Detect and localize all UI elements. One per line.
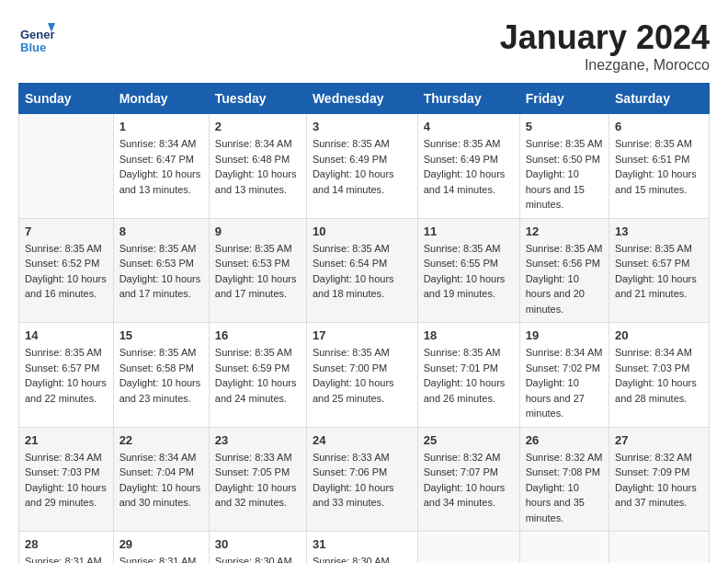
calendar-cell: 4 Sunrise: 8:35 AM Sunset: 6:49 PM Dayli… [417,114,519,219]
svg-text:General: General [20,28,55,41]
day-info: Sunrise: 8:35 AM Sunset: 6:49 PM Dayligh… [313,136,412,197]
day-info: Sunrise: 8:35 AM Sunset: 6:51 PM Dayligh… [615,136,703,197]
day-number: 2 [215,120,301,133]
logo: General Blue [18,18,61,55]
calendar-cell: 1 Sunrise: 8:34 AM Sunset: 6:47 PM Dayli… [113,114,209,219]
day-number: 9 [215,224,301,238]
calendar-cell: 20 Sunrise: 8:34 AM Sunset: 7:03 PM Dayl… [609,323,710,428]
day-number: 23 [215,433,301,447]
day-number: 26 [526,433,603,447]
day-info: Sunrise: 8:31 AM Sunset: 7:11 PM Dayligh… [119,554,203,563]
day-number: 31 [313,537,412,551]
header-thursday: Thursday [417,84,519,114]
day-number: 17 [313,328,412,342]
calendar-cell: 24 Sunrise: 8:33 AM Sunset: 7:06 PM Dayl… [306,427,417,532]
day-number: 3 [313,120,412,133]
day-number: 6 [615,120,703,133]
day-number: 18 [424,328,514,342]
day-info: Sunrise: 8:35 AM Sunset: 7:00 PM Dayligh… [313,345,412,406]
day-number: 8 [119,224,203,238]
day-number: 27 [615,433,703,447]
day-info: Sunrise: 8:32 AM Sunset: 7:08 PM Dayligh… [526,450,603,526]
calendar-cell: 31 Sunrise: 8:30 AM Sunset: 7:12 PM Dayl… [306,532,417,564]
day-info: Sunrise: 8:33 AM Sunset: 7:06 PM Dayligh… [313,450,412,511]
day-number: 25 [424,433,514,447]
day-number: 16 [215,328,301,342]
day-info: Sunrise: 8:34 AM Sunset: 7:04 PM Dayligh… [119,450,203,511]
day-info: Sunrise: 8:35 AM Sunset: 6:57 PM Dayligh… [25,345,108,406]
calendar-cell: 25 Sunrise: 8:32 AM Sunset: 7:07 PM Dayl… [417,427,519,532]
month-title: January 2024 [500,18,710,57]
calendar-cell: 17 Sunrise: 8:35 AM Sunset: 7:00 PM Dayl… [306,323,417,428]
calendar-cell: 8 Sunrise: 8:35 AM Sunset: 6:53 PM Dayli… [113,218,209,323]
day-info: Sunrise: 8:35 AM Sunset: 7:01 PM Dayligh… [424,345,514,406]
title-section: January 2024 Inezgane, Morocco [500,18,710,74]
calendar-table: Sunday Monday Tuesday Wednesday Thursday… [18,83,710,563]
day-info: Sunrise: 8:32 AM Sunset: 7:07 PM Dayligh… [424,450,514,511]
calendar-cell [609,532,710,564]
header-tuesday: Tuesday [209,84,306,114]
calendar-cell: 29 Sunrise: 8:31 AM Sunset: 7:11 PM Dayl… [113,532,209,564]
day-number: 14 [25,328,108,342]
day-number: 21 [25,433,108,447]
calendar-cell: 30 Sunrise: 8:30 AM Sunset: 7:11 PM Dayl… [209,532,306,564]
header-sunday: Sunday [19,84,114,114]
day-number: 7 [25,224,108,238]
header-row: Sunday Monday Tuesday Wednesday Thursday… [19,84,710,114]
day-number: 1 [119,120,203,133]
logo-icon: General Blue [18,18,55,55]
day-number: 19 [526,328,603,342]
day-info: Sunrise: 8:35 AM Sunset: 6:59 PM Dayligh… [215,345,301,406]
calendar-cell: 6 Sunrise: 8:35 AM Sunset: 6:51 PM Dayli… [609,114,710,219]
day-number: 20 [615,328,703,342]
day-number: 10 [313,224,412,238]
day-info: Sunrise: 8:34 AM Sunset: 6:48 PM Dayligh… [215,136,301,197]
calendar-cell: 21 Sunrise: 8:34 AM Sunset: 7:03 PM Dayl… [19,427,114,532]
calendar-cell: 27 Sunrise: 8:32 AM Sunset: 7:09 PM Dayl… [609,427,710,532]
day-info: Sunrise: 8:32 AM Sunset: 7:09 PM Dayligh… [615,450,703,511]
calendar-cell: 15 Sunrise: 8:35 AM Sunset: 6:58 PM Dayl… [113,323,209,428]
day-info: Sunrise: 8:35 AM Sunset: 6:53 PM Dayligh… [119,241,203,302]
day-number: 22 [119,433,203,447]
day-number: 5 [526,120,603,133]
header-friday: Friday [519,84,609,114]
day-info: Sunrise: 8:34 AM Sunset: 7:03 PM Dayligh… [25,450,108,511]
calendar-cell: 5 Sunrise: 8:35 AM Sunset: 6:50 PM Dayli… [519,114,609,219]
day-number: 29 [119,537,203,551]
day-info: Sunrise: 8:35 AM Sunset: 6:52 PM Dayligh… [25,241,108,302]
calendar-cell [519,532,609,564]
day-number: 13 [615,224,703,238]
day-number: 30 [215,537,301,551]
calendar-cell [417,532,519,564]
location: Inezgane, Morocco [500,57,710,74]
svg-text:Blue: Blue [20,40,46,54]
calendar-cell: 13 Sunrise: 8:35 AM Sunset: 6:57 PM Dayl… [609,218,710,323]
calendar-cell: 23 Sunrise: 8:33 AM Sunset: 7:05 PM Dayl… [209,427,306,532]
calendar-cell: 26 Sunrise: 8:32 AM Sunset: 7:08 PM Dayl… [519,427,609,532]
day-info: Sunrise: 8:34 AM Sunset: 7:02 PM Dayligh… [526,345,603,421]
day-info: Sunrise: 8:34 AM Sunset: 7:03 PM Dayligh… [615,345,703,406]
calendar-cell: 2 Sunrise: 8:34 AM Sunset: 6:48 PM Dayli… [209,114,306,219]
day-info: Sunrise: 8:35 AM Sunset: 6:57 PM Dayligh… [615,241,703,302]
day-number: 11 [424,224,514,238]
calendar-week-2: 7 Sunrise: 8:35 AM Sunset: 6:52 PM Dayli… [19,218,710,323]
day-info: Sunrise: 8:35 AM Sunset: 6:50 PM Dayligh… [526,136,603,213]
calendar-week-5: 28 Sunrise: 8:31 AM Sunset: 7:10 PM Dayl… [19,532,710,564]
day-info: Sunrise: 8:35 AM Sunset: 6:55 PM Dayligh… [424,241,514,302]
calendar-body: 1 Sunrise: 8:34 AM Sunset: 6:47 PM Dayli… [19,114,710,564]
calendar-cell: 10 Sunrise: 8:35 AM Sunset: 6:54 PM Dayl… [306,218,417,323]
day-number: 28 [25,537,108,551]
day-info: Sunrise: 8:35 AM Sunset: 6:58 PM Dayligh… [119,345,203,406]
calendar-cell: 28 Sunrise: 8:31 AM Sunset: 7:10 PM Dayl… [19,532,114,564]
page-header: General Blue January 2024 Inezgane, Moro… [18,18,710,74]
calendar-cell: 22 Sunrise: 8:34 AM Sunset: 7:04 PM Dayl… [113,427,209,532]
day-info: Sunrise: 8:31 AM Sunset: 7:10 PM Dayligh… [25,554,108,563]
day-number: 4 [424,120,514,133]
calendar-week-4: 21 Sunrise: 8:34 AM Sunset: 7:03 PM Dayl… [19,427,710,532]
day-info: Sunrise: 8:35 AM Sunset: 6:53 PM Dayligh… [215,241,301,302]
calendar-cell [19,114,114,219]
calendar-week-3: 14 Sunrise: 8:35 AM Sunset: 6:57 PM Dayl… [19,323,710,428]
calendar-cell: 12 Sunrise: 8:35 AM Sunset: 6:56 PM Dayl… [519,218,609,323]
day-info: Sunrise: 8:30 AM Sunset: 7:11 PM Dayligh… [215,554,301,563]
calendar-header: Sunday Monday Tuesday Wednesday Thursday… [19,84,710,114]
